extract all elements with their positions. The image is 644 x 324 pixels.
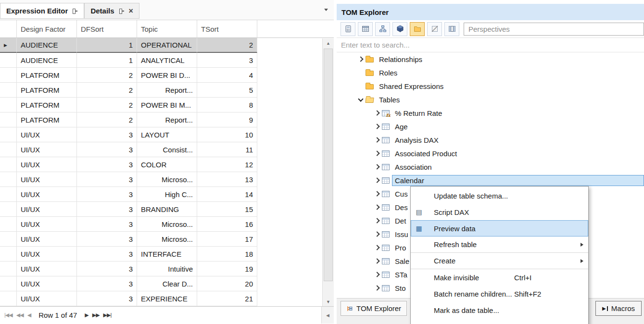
cell-dfsort[interactable]: 3 bbox=[77, 187, 137, 202]
tree-item-label[interactable]: Des bbox=[392, 202, 411, 213]
cell-design-factor[interactable]: UI/UX bbox=[17, 262, 77, 276]
cell-topic[interactable]: LAYOUT bbox=[137, 127, 197, 142]
tree-item-label[interactable]: % Return Rate bbox=[392, 108, 445, 119]
scrollbar-thumb[interactable] bbox=[324, 49, 333, 281]
tree-item[interactable]: Association bbox=[337, 160, 644, 174]
tree-item[interactable]: Analysis DAX bbox=[337, 133, 644, 147]
perspectives-combobox[interactable]: Perspectives bbox=[464, 23, 644, 36]
expander-chevron-icon[interactable] bbox=[373, 230, 381, 238]
display-folder-icon[interactable] bbox=[410, 22, 425, 36]
table-row[interactable]: PLATFORM 2 Report... 5 bbox=[0, 83, 334, 98]
expander-chevron-icon[interactable] bbox=[373, 203, 381, 211]
cell-dfsort[interactable]: 3 bbox=[77, 247, 137, 262]
cell-tsort[interactable]: 19 bbox=[197, 262, 257, 276]
menu-item[interactable]: Update table schema... bbox=[411, 187, 588, 204]
cell-design-factor[interactable]: PLATFORM bbox=[17, 83, 77, 98]
cell-tsort[interactable]: 20 bbox=[197, 276, 257, 291]
tree-item-label[interactable]: Sto bbox=[392, 283, 409, 294]
table-row[interactable]: UI/UX 3 High C... 14 bbox=[0, 187, 334, 202]
table-row[interactable]: UI/UX 3 Consist... 11 bbox=[0, 142, 334, 157]
column-header-design-factor[interactable]: Design Factor bbox=[17, 20, 77, 38]
cell-topic[interactable]: Consist... bbox=[137, 142, 197, 157]
cell-dfsort[interactable]: 3 bbox=[77, 142, 137, 157]
expander-chevron-icon[interactable] bbox=[373, 109, 381, 117]
navigator-button[interactable]: ▶▶| bbox=[101, 312, 114, 318]
cell-tsort[interactable]: 4 bbox=[197, 68, 257, 83]
table-row[interactable]: UI/UX 3 Microso... 17 bbox=[0, 232, 334, 247]
table-row[interactable]: UI/UX 3 BRANDING 15 bbox=[0, 202, 334, 217]
table-row[interactable]: UI/UX 3 Intuitive 19 bbox=[0, 262, 334, 276]
cell-tsort[interactable]: 10 bbox=[197, 127, 257, 142]
cell-topic[interactable]: Clear D... bbox=[137, 276, 197, 291]
table-row[interactable]: PLATFORM 2 Report... 9 bbox=[0, 112, 334, 127]
expander-chevron-icon[interactable] bbox=[373, 244, 381, 251]
cell-dfsort[interactable]: 3 bbox=[77, 262, 137, 276]
cell-tsort[interactable]: 8 bbox=[197, 98, 257, 112]
expander-chevron-icon[interactable] bbox=[357, 55, 365, 63]
tree-item[interactable]: Associated Product bbox=[337, 147, 644, 160]
cell-tsort[interactable]: 18 bbox=[197, 247, 257, 262]
tree-item-label[interactable]: Issu bbox=[392, 229, 411, 240]
cell-design-factor[interactable]: UI/UX bbox=[17, 247, 77, 262]
navigator-button[interactable]: ◀ bbox=[25, 312, 33, 318]
expander-chevron-icon[interactable] bbox=[373, 271, 381, 278]
expander-chevron-icon[interactable] bbox=[373, 284, 381, 292]
tree-item[interactable]: Roles bbox=[337, 66, 644, 79]
cell-dfsort[interactable]: 2 bbox=[77, 98, 137, 112]
search-input[interactable] bbox=[337, 38, 644, 52]
cell-design-factor[interactable]: UI/UX bbox=[17, 187, 77, 202]
menu-item[interactable]: Mark as date table... bbox=[411, 302, 588, 318]
cell-design-factor[interactable]: UI/UX bbox=[17, 217, 77, 232]
expander-chevron-icon[interactable] bbox=[357, 69, 365, 76]
table-row[interactable]: UI/UX 3 Microso... 16 bbox=[0, 217, 334, 232]
cell-design-factor[interactable]: UI/UX bbox=[17, 172, 77, 187]
cell-tsort[interactable]: 13 bbox=[197, 172, 257, 187]
cell-dfsort[interactable]: 2 bbox=[77, 83, 137, 98]
cell-design-factor[interactable]: UI/UX bbox=[17, 157, 77, 172]
table-row[interactable]: UI/UX 3 INTERFACE 18 bbox=[0, 247, 334, 262]
cell-dfsort[interactable]: 3 bbox=[77, 157, 137, 172]
cell-dfsort[interactable]: 1 bbox=[77, 38, 137, 53]
tree-item-label[interactable]: Sale bbox=[392, 256, 412, 267]
table-row[interactable]: PLATFORM 2 POWER BI D... 4 bbox=[0, 68, 334, 83]
tree-item-label[interactable]: Analysis DAX bbox=[392, 135, 442, 146]
expander-chevron-icon[interactable] bbox=[373, 190, 381, 198]
cell-dfsort[interactable]: 2 bbox=[77, 68, 137, 83]
menu-item[interactable]: Make invisible Ctrl+I bbox=[411, 269, 588, 286]
tree-item-label[interactable]: Det bbox=[392, 215, 409, 226]
cube-icon[interactable] bbox=[392, 22, 407, 36]
table-row[interactable]: UI/UX 3 Microso... 13 bbox=[0, 172, 334, 187]
expander-chevron-icon[interactable] bbox=[373, 136, 381, 144]
column-header-tsort[interactable]: TSort bbox=[197, 20, 257, 38]
cell-tsort[interactable]: 16 bbox=[197, 217, 257, 232]
table-row[interactable]: UI/UX 3 EXPERIENCE 21 bbox=[0, 291, 334, 306]
tree-item[interactable]: Calendar bbox=[337, 174, 644, 187]
cell-design-factor[interactable]: PLATFORM bbox=[17, 98, 77, 112]
cell-topic[interactable]: Report... bbox=[137, 112, 197, 127]
tree-item-label[interactable]: Pro bbox=[392, 242, 409, 253]
cell-dfsort[interactable]: 3 bbox=[77, 291, 137, 306]
expander-chevron-icon[interactable] bbox=[373, 123, 381, 130]
expander-chevron-icon[interactable] bbox=[373, 163, 381, 171]
expander-chevron-icon[interactable] bbox=[357, 82, 365, 90]
cell-tsort[interactable]: 2 bbox=[197, 38, 257, 53]
cell-dfsort[interactable]: 1 bbox=[77, 53, 137, 68]
cell-design-factor[interactable]: AUDIENCE bbox=[17, 53, 77, 68]
vertical-scrollbar[interactable]: ▲ ▼ bbox=[322, 38, 334, 307]
expander-chevron-icon[interactable] bbox=[373, 150, 381, 157]
hierarchy-icon[interactable] bbox=[375, 22, 390, 36]
cell-design-factor[interactable]: PLATFORM bbox=[17, 112, 77, 127]
cell-topic[interactable]: OPERATIONAL bbox=[137, 38, 197, 53]
cell-topic[interactable]: COLOR bbox=[137, 157, 197, 172]
menu-item[interactable]: Create bbox=[411, 253, 588, 269]
tree-item[interactable]: Shared Expressions bbox=[337, 79, 644, 93]
cell-dfsort[interactable]: 3 bbox=[77, 217, 137, 232]
cell-tsort[interactable]: 11 bbox=[197, 142, 257, 157]
tree-item[interactable]: Age bbox=[337, 120, 644, 133]
cell-dfsort[interactable]: 3 bbox=[77, 172, 137, 187]
cell-topic[interactable]: Report... bbox=[137, 83, 197, 98]
navigator-button[interactable]: ▶▶ bbox=[90, 312, 101, 318]
columns-icon[interactable] bbox=[444, 22, 459, 36]
cell-design-factor[interactable]: PLATFORM bbox=[17, 68, 77, 83]
table-row[interactable]: UI/UX 3 LAYOUT 10 bbox=[0, 127, 334, 142]
